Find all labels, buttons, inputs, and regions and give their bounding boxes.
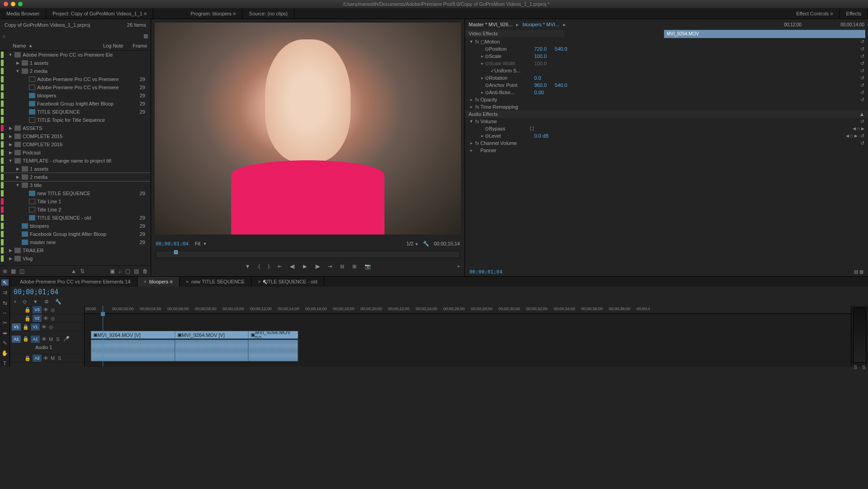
zoom-window-button[interactable]	[18, 2, 23, 6]
program-scrubber[interactable]	[156, 251, 460, 258]
project-tree[interactable]: ▼Adobe Premiere Pro CC vs Premiere Ele▶1…	[0, 51, 151, 265]
ec-scale[interactable]: ▸⊙Scale100.0↺	[465, 53, 868, 60]
filter-icon[interactable]: ▥	[143, 33, 148, 39]
timeline-tab[interactable]: Adobe Premiere Pro CC vs Premiere Elemen…	[14, 277, 138, 287]
audio-clip-2[interactable]	[175, 340, 248, 361]
project-tree-row[interactable]: bloopers29	[0, 222, 151, 230]
tab-media-browser[interactable]: Media Browser	[0, 8, 46, 19]
zoom-fit-dropdown[interactable]: Fit▼	[195, 241, 207, 246]
program-video-display[interactable]	[155, 23, 461, 235]
ec-zoom-in[interactable]: ⊞	[859, 269, 863, 274]
step-forward-button[interactable]: |▶	[315, 264, 320, 269]
video-clip-2[interactable]: ▣ MVI_9264.MOV [V]	[175, 331, 248, 339]
selection-tool[interactable]: ↖	[1, 279, 9, 286]
minimize-window-button[interactable]	[11, 2, 15, 6]
freeform-view-button[interactable]: ◫	[19, 268, 24, 274]
ec-anchor-point[interactable]: ⊙Anchor Point960.0540.0↺	[465, 82, 868, 89]
project-tree-row[interactable]: Facebook Group Inight After Bloop29	[0, 230, 151, 238]
play-button[interactable]: ▶	[303, 264, 307, 269]
wrench-icon[interactable]: 🔧	[55, 299, 62, 305]
ec-antiflicker[interactable]: ▸⊙Anti-flicke...0.00↺	[465, 89, 868, 96]
track-header-v3[interactable]: 🔒V3👁◎	[10, 306, 84, 314]
project-tree-row[interactable]: Adobe Premiere Pro CC vs Premiere29	[0, 83, 151, 91]
timeline-playhead[interactable]	[103, 306, 103, 367]
project-tree-row[interactable]: TITLE SEQUENCE29	[0, 108, 151, 116]
project-tree-row[interactable]: Adobe Premiere Pro CC vs Premiere29	[0, 75, 151, 83]
project-tree-row[interactable]: ▶1 assets	[0, 59, 151, 67]
razor-tool[interactable]: ✂	[1, 320, 9, 326]
export-frame-button[interactable]: 📷	[365, 264, 371, 269]
button-editor[interactable]: +	[457, 264, 460, 269]
add-marker-icon[interactable]: ▼	[33, 299, 38, 304]
ec-master-clip[interactable]: Master * MVI_926...	[469, 22, 512, 27]
pen-tool[interactable]: ✎	[1, 340, 9, 346]
ec-clip-bar[interactable]: MVI_9264.MOV	[664, 30, 865, 38]
project-tree-row[interactable]: new TITLE SEQUENCE29	[0, 189, 151, 197]
ec-channel-volume[interactable]: ▸fxChannel Volume↺	[465, 139, 868, 147]
snap-toggle[interactable]: ⌖	[14, 299, 16, 305]
resolution-dropdown[interactable]: 1/2 ▼	[407, 241, 418, 246]
project-tree-row[interactable]: ▶1 assets	[0, 165, 151, 173]
mark-out-button[interactable]: }	[268, 264, 270, 269]
ec-panner[interactable]: ▸Panner	[465, 147, 868, 154]
lock-icon[interactable]: 🔒	[24, 307, 31, 313]
col-frame[interactable]: Frame	[133, 43, 147, 48]
project-tree-row[interactable]: ▼Adobe Premiere Pro CC vs Premiere Ele	[0, 51, 151, 59]
timeline-settings-icon[interactable]: ⚙	[44, 299, 49, 305]
hand-tool[interactable]: ✋	[1, 350, 9, 356]
timeline-timecode[interactable]: 00;00;01;04	[14, 288, 58, 296]
project-tree-row[interactable]: ▼TEMPLATE - change name to project titl	[0, 157, 151, 165]
project-tree-row[interactable]: ▶COMPLETE 2015	[0, 132, 151, 140]
project-tree-row[interactable]: Title Line 2	[0, 206, 151, 214]
step-back-button[interactable]: ◀|	[290, 264, 295, 269]
timeline-tab[interactable]: ×TITLE SEQUENCE - old	[251, 277, 324, 287]
ripple-edit-tool[interactable]: ⇆	[1, 300, 9, 306]
track-content[interactable]: ;00;0000;00;02;0000;00;04;0000;00;06;000…	[85, 306, 851, 367]
automate-button[interactable]: ▣	[110, 268, 115, 274]
ec-timecode[interactable]: 00;00;01;04	[470, 269, 503, 275]
rate-stretch-tool[interactable]: ↔	[1, 310, 9, 316]
project-tree-row[interactable]: master new29	[0, 238, 151, 246]
audio-clip-3[interactable]	[248, 340, 298, 361]
track-header-a2[interactable]: 🔒A2👁MS	[10, 354, 84, 363]
ec-time-remapping[interactable]: ▸fxTime Remapping	[465, 103, 868, 110]
project-tree-row[interactable]: ▶ASSETS	[0, 124, 151, 132]
project-tree-row[interactable]: ▶Vlog	[0, 254, 151, 263]
delete-button[interactable]: 🗑	[142, 268, 148, 274]
lift-button[interactable]: ⊟	[340, 264, 344, 269]
tab-effect-controls[interactable]: Effect Controls ≡	[790, 8, 840, 19]
extract-button[interactable]: ⊞	[352, 264, 356, 269]
ec-opacity[interactable]: ▸fxOpacity↺	[465, 96, 868, 103]
ec-volume[interactable]: ▼fxVolume↺	[465, 118, 868, 125]
project-tree-row[interactable]: ▶TRAILER	[0, 246, 151, 254]
col-lognote[interactable]: Log Note	[103, 43, 123, 48]
ec-level[interactable]: ▸⊙Level0.0 dB◀ ◇ ▶↺	[465, 132, 868, 139]
linked-selection-toggle[interactable]: ⊙	[23, 299, 27, 305]
search-icon[interactable]: ⌕	[3, 33, 6, 38]
audio-meters[interactable]: SS	[851, 306, 868, 367]
ec-sequence-clip[interactable]: bloopers * MVI...	[522, 22, 559, 27]
slip-tool[interactable]: ⬌	[1, 330, 9, 336]
tab-effects[interactable]: Effects	[840, 8, 868, 19]
timeline-ruler[interactable]: ;00;0000;00;02;0000;00;04;0000;00;06;000…	[85, 306, 851, 314]
program-current-timecode[interactable]: 00;00;01;04	[156, 241, 189, 247]
new-bin-button[interactable]: ▢	[125, 268, 130, 274]
lock-icon[interactable]: 🔒	[23, 324, 29, 330]
mark-in-button[interactable]: {	[258, 264, 260, 269]
zoom-slider-icon[interactable]: ▲	[71, 268, 76, 274]
tab-program[interactable]: Program: bloopers ≡	[184, 8, 242, 19]
project-tree-row[interactable]: ▶COMPLETE 2016	[0, 140, 151, 149]
track-header-a1[interactable]: A1🔒A1👁MS🎤 Audio 1	[10, 331, 84, 354]
project-tree-row[interactable]: Title Line 1	[0, 197, 151, 206]
video-clip-3[interactable]: ▣ MVI_9264.MOV [V]	[248, 331, 298, 339]
tab-source[interactable]: Source: (no clips)	[242, 8, 294, 19]
project-tree-row[interactable]: ▶Podcast	[0, 149, 151, 157]
go-to-out-button[interactable]: ⇥	[328, 264, 332, 269]
go-to-in-button[interactable]: ⇤	[278, 264, 282, 269]
list-view-button[interactable]: ≣	[3, 268, 7, 274]
project-tree-row[interactable]: Facebook Group Inight After Bloop29	[0, 100, 151, 108]
video-clip-1[interactable]: ▣ MVI_9264.MOV [V]	[91, 331, 175, 339]
close-window-button[interactable]	[4, 2, 8, 6]
project-tree-row[interactable]: ▶2 media	[0, 173, 151, 181]
audio-clip-1[interactable]	[91, 340, 175, 361]
